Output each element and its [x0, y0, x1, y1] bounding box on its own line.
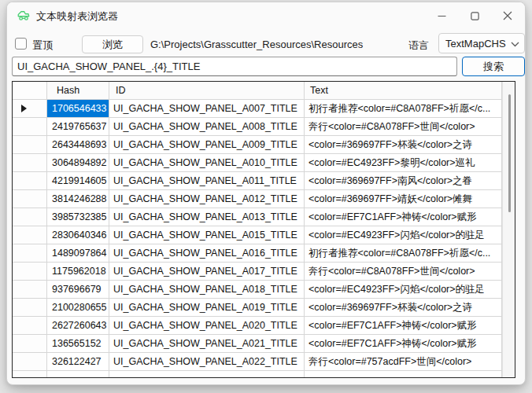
id-cell[interactable]: UI_GACHA_SHOW_PANEL_A009_TITLE — [109, 136, 305, 154]
table-row[interactable]: 937696679UI_GACHA_SHOW_PANEL_A018_TITLE<… — [13, 281, 502, 299]
row-header-cell[interactable] — [13, 263, 47, 281]
pin-on-top-label[interactable]: 置顶 — [32, 39, 53, 53]
scrollbar-thumb[interactable] — [508, 94, 511, 212]
row-header-cell[interactable] — [13, 100, 47, 118]
maximize-button[interactable] — [457, 2, 492, 29]
column-header-hash[interactable]: Hash — [47, 82, 109, 100]
hash-cell[interactable]: 937696679 — [47, 281, 109, 299]
language-label: 语言 — [408, 39, 429, 53]
table-row[interactable]: 2627260643UI_GACHA_SHOW_PANEL_A020_TITLE… — [13, 317, 502, 335]
id-cell[interactable]: UI_GACHA_SHOW_PANEL_A018_TITLE — [109, 281, 305, 299]
row-header-cell[interactable] — [13, 118, 47, 136]
text-cell[interactable]: <color=#EC4923FF>黎明</color>巡礼 — [305, 154, 502, 172]
text-cell[interactable]: 初行者推荐<color=#C8A078FF>祈愿</c... — [305, 244, 502, 263]
text-cell[interactable]: 初行者推荐<color=#C8A078FF>祈愿</c... — [305, 100, 502, 118]
id-cell[interactable]: UI_GACHA_SHOW_PANEL_A017_TITLE — [109, 263, 305, 281]
text-cell[interactable]: 奔行<color=#C8A078FF>世间</color> — [305, 263, 502, 281]
row-header-cell[interactable] — [13, 208, 47, 226]
table-row[interactable]: 2643448693UI_GACHA_SHOW_PANEL_A009_TITLE… — [13, 136, 502, 154]
row-header-cell[interactable] — [13, 371, 47, 377]
hash-cell[interactable]: 1489097864 — [47, 244, 109, 263]
hash-cell[interactable]: 2830640346 — [47, 226, 109, 244]
id-cell[interactable]: UI_GACHA_SHOW_PANEL_A010_TITLE — [109, 154, 305, 172]
browse-button[interactable]: 浏览 — [82, 35, 143, 53]
id-cell[interactable]: UI_GACHA_SHOW_PANEL_A007_TITLE — [109, 100, 305, 118]
id-cell[interactable]: UI_GACHA_SHOW_PANEL_A021_TITLE — [109, 335, 305, 353]
id-cell[interactable]: UI_GACHA_SHOW_PANEL_A015_TITLE — [109, 226, 305, 244]
text-cell[interactable]: <color=#EC4923FF>闪焰</color>的驻足 — [305, 226, 502, 244]
id-cell[interactable]: UI_GACHA_SHOW_PANEL_A022_TITLE — [109, 353, 305, 371]
table-row[interactable] — [13, 371, 502, 377]
id-cell[interactable] — [109, 371, 305, 377]
table-row[interactable]: 4219914605UI_GACHA_SHOW_PANEL_A011_TITLE… — [13, 172, 502, 190]
table-row[interactable]: 3814246288UI_GACHA_SHOW_PANEL_A012_TITLE… — [13, 190, 502, 208]
language-selected-value: TextMapCHS — [445, 38, 506, 50]
row-header-cell[interactable] — [13, 172, 47, 190]
table-row[interactable]: 326122427UI_GACHA_SHOW_PANEL_A022_TITLE奔… — [13, 353, 502, 371]
row-header-cell[interactable] — [13, 299, 47, 317]
id-cell[interactable]: UI_GACHA_SHOW_PANEL_A020_TITLE — [109, 317, 305, 335]
minimize-button[interactable] — [424, 2, 459, 29]
table-row[interactable]: 3985732385UI_GACHA_SHOW_PANEL_A013_TITLE… — [13, 208, 502, 226]
text-cell[interactable]: <color=#369697FF>南风</color>之眷 — [305, 172, 502, 190]
row-header-cell[interactable] — [13, 136, 47, 154]
id-cell[interactable]: UI_GACHA_SHOW_PANEL_A008_TITLE — [109, 118, 305, 136]
row-header-cell[interactable] — [13, 317, 47, 335]
text-cell[interactable]: <color=#EF7C1AFF>神铸</color>赋形 — [305, 335, 502, 353]
text-cell[interactable]: <color=#369697FF>杯装</color>之诗 — [305, 136, 502, 154]
hash-cell[interactable]: 3064894892 — [47, 154, 109, 172]
row-header-cell[interactable] — [13, 353, 47, 371]
row-header-cell[interactable] — [13, 190, 47, 208]
table-row[interactable]: 3064894892UI_GACHA_SHOW_PANEL_A010_TITLE… — [13, 154, 502, 172]
search-button-label: 搜索 — [483, 60, 504, 74]
title-bar[interactable]: 文本映射表浏览器 — [7, 2, 525, 29]
id-cell[interactable]: UI_GACHA_SHOW_PANEL_A013_TITLE — [109, 208, 305, 226]
text-cell[interactable]: <color=#EC4923FF>闪焰</color>的驻足 — [305, 281, 502, 299]
close-button[interactable] — [490, 2, 525, 29]
id-cell[interactable]: UI_GACHA_SHOW_PANEL_A016_TITLE — [109, 244, 305, 263]
hash-cell[interactable]: 326122427 — [47, 353, 109, 371]
row-header-cell[interactable] — [13, 154, 47, 172]
id-cell[interactable]: UI_GACHA_SHOW_PANEL_A019_TITLE — [109, 299, 305, 317]
row-header-cell[interactable] — [13, 281, 47, 299]
row-header-cell[interactable] — [13, 244, 47, 263]
text-cell[interactable]: <color=#369697FF>杯装</color>之诗 — [305, 299, 502, 317]
table-row[interactable]: 2830640346UI_GACHA_SHOW_PANEL_A015_TITLE… — [13, 226, 502, 244]
hash-cell[interactable]: 3985732385 — [47, 208, 109, 226]
text-cell[interactable] — [305, 371, 502, 377]
text-cell[interactable]: <color=#369697FF>靖妖</color>傩舞 — [305, 190, 502, 208]
row-header-cell[interactable] — [13, 335, 47, 353]
table-row[interactable]: 136565152UI_GACHA_SHOW_PANEL_A021_TITLE<… — [13, 335, 502, 353]
id-cell[interactable]: UI_GACHA_SHOW_PANEL_A012_TITLE — [109, 190, 305, 208]
chevron-down-icon — [511, 36, 519, 50]
text-cell[interactable]: <color=#EF7C1AFF>神铸</color>赋形 — [305, 317, 502, 335]
hash-cell[interactable]: 4219914605 — [47, 172, 109, 190]
app-icon — [17, 9, 31, 23]
hash-cell[interactable]: 136565152 — [47, 335, 109, 353]
hash-cell[interactable]: 1175962018 — [47, 263, 109, 281]
search-button[interactable]: 搜索 — [462, 57, 525, 76]
column-header-id[interactable]: ID — [109, 82, 305, 100]
hash-cell[interactable]: 2419765637 — [47, 118, 109, 136]
table-row[interactable]: 1706546433UI_GACHA_SHOW_PANEL_A007_TITLE… — [13, 100, 502, 118]
hash-cell[interactable]: 2627260643 — [47, 317, 109, 335]
table-row[interactable]: 1489097864UI_GACHA_SHOW_PANEL_A016_TITLE… — [13, 244, 502, 263]
language-select[interactable]: TextMapCHS — [438, 33, 525, 53]
table-row[interactable]: 2100280655UI_GACHA_SHOW_PANEL_A019_TITLE… — [13, 299, 502, 317]
text-cell[interactable]: 奔行<color=#757acdFF>世间</color> — [305, 353, 502, 371]
hash-cell[interactable] — [47, 371, 109, 377]
table-row[interactable]: 1175962018UI_GACHA_SHOW_PANEL_A017_TITLE… — [13, 263, 502, 281]
hash-cell[interactable]: 3814246288 — [47, 190, 109, 208]
vertical-scrollbar[interactable] — [502, 82, 515, 377]
hash-cell[interactable]: 1706546433 — [47, 100, 109, 118]
column-header-text[interactable]: Text — [305, 82, 502, 100]
text-cell[interactable]: 奔行<color=#C8A078FF>世间</color> — [305, 118, 502, 136]
text-cell[interactable]: <color=#EF7C1AFF>神铸</color>赋形 — [305, 208, 502, 226]
row-header-cell[interactable] — [13, 226, 47, 244]
pin-on-top-checkbox[interactable] — [15, 38, 27, 50]
table-row[interactable]: 2419765637UI_GACHA_SHOW_PANEL_A008_TITLE… — [13, 118, 502, 136]
id-cell[interactable]: UI_GACHA_SHOW_PANEL_A011_TITLE — [109, 172, 305, 190]
hash-cell[interactable]: 2643448693 — [47, 136, 109, 154]
hash-cell[interactable]: 2100280655 — [47, 299, 109, 317]
search-input[interactable] — [12, 57, 457, 76]
